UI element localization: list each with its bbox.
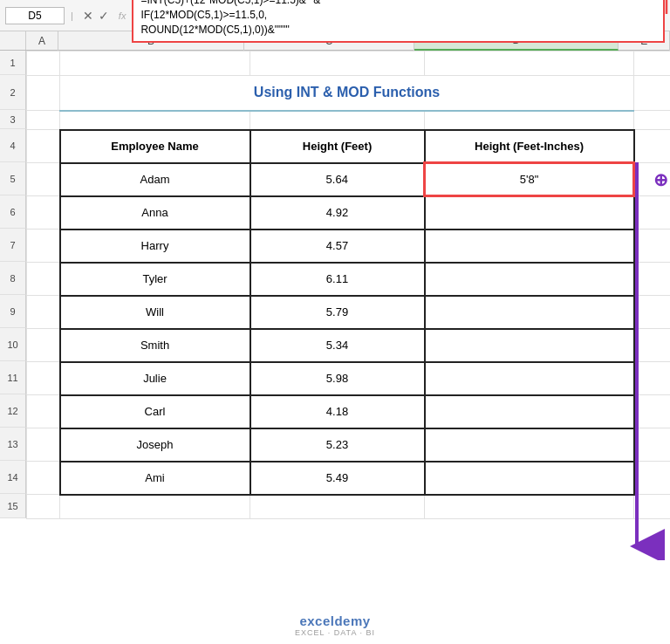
cell-A1[interactable] [27,51,60,76]
formula-input-area: =INT(C5)+(12*MOD(C5,1)>=11.5)&""& IF(12*… [132,0,665,43]
cell-C10[interactable]: 5.34 [250,329,425,362]
cell-E11[interactable] [634,362,671,395]
cell-D8[interactable] [425,263,634,296]
cell-A2[interactable] [27,76,60,111]
cancel-icon[interactable]: ✕ [83,9,93,23]
cell-B6[interactable]: Anna [60,196,250,230]
cell-C11[interactable]: 5.98 [250,362,425,395]
height-0: 5.64 [326,173,348,186]
cell-C13[interactable]: 5.23 [250,428,425,462]
header-height-feet-inches: Height (Feet-Inches) [475,140,584,153]
cell-E4[interactable] [634,130,671,163]
cell-D15[interactable] [425,495,634,519]
logo-main-text: exceldemy [299,613,370,628]
cell-C3[interactable] [250,111,425,130]
employee-name-3: Tyler [142,272,167,285]
cell-E12[interactable] [634,395,671,428]
cell-E7[interactable] [634,230,671,263]
cell-A15[interactable] [27,495,60,519]
formula-box[interactable]: =INT(C5)+(12*MOD(C5,1)>=11.5)&""& IF(12*… [132,0,665,43]
cell-E8[interactable] [634,263,671,296]
height-1: 4.92 [326,206,348,219]
cell-B4-header[interactable]: Employee Name [60,130,250,163]
cell-B1[interactable] [60,51,250,76]
cell-B13[interactable]: Joseph [60,428,250,462]
cell-B3[interactable] [60,111,250,130]
header-employee-name: Employee Name [111,140,198,153]
cell-D1[interactable] [425,51,634,76]
cell-A8[interactable] [27,263,60,296]
cell-E15[interactable] [634,495,671,519]
cell-E10[interactable] [634,329,671,362]
cell-D9[interactable] [425,296,634,329]
row-num-5: 5 [0,162,26,195]
cell-D10[interactable] [425,329,634,362]
employee-name-4: Will [146,305,164,319]
cell-D4-header[interactable]: Height (Feet-Inches) [425,130,634,163]
cell-A3[interactable] [27,111,60,130]
confirm-icon[interactable]: ✓ [99,9,109,23]
cell-E9[interactable] [634,296,671,329]
cell-C6[interactable]: 4.92 [250,196,425,230]
cell-D14[interactable] [425,462,634,495]
cell-A11[interactable] [27,362,60,395]
cell-A6[interactable] [27,196,60,230]
cell-C1[interactable] [250,51,425,76]
cell-C5[interactable]: 5.64 [250,163,425,196]
cell-C14[interactable]: 5.49 [250,462,425,495]
cell-B11[interactable]: Julie [60,362,250,395]
row-numbers: 1 2 3 4 5 6 7 8 9 10 11 12 13 14 15 [0,51,26,519]
row-num-4: 4 [0,129,26,162]
cell-A5[interactable] [27,163,60,196]
cell-C12[interactable]: 4.18 [250,395,425,428]
cell-E1[interactable] [634,51,671,76]
cell-A10[interactable] [27,329,60,362]
col-header-A[interactable]: A [26,31,58,51]
cell-C9[interactable]: 5.79 [250,296,425,329]
cell-E5[interactable]: ⊕ [634,163,671,196]
cell-A4[interactable] [27,130,60,163]
cell-reference-box[interactable]: D5 [5,7,65,24]
cell-D11[interactable] [425,362,634,395]
height-9: 5.49 [326,471,348,484]
cell-B2-title[interactable]: Using INT & MOD Functions [60,76,634,111]
employee-name-1: Anna [141,206,168,219]
cell-B5[interactable]: Adam [60,163,250,196]
cell-C15[interactable] [250,495,425,519]
cell-A7[interactable] [27,230,60,263]
cell-E2[interactable] [634,76,671,111]
height-3: 6.11 [326,272,348,285]
cell-B14[interactable]: Ami [60,462,250,495]
row-num-2: 2 [0,75,26,110]
cell-D12[interactable] [425,395,634,428]
cell-A9[interactable] [27,296,60,329]
cell-A12[interactable] [27,395,60,428]
cell-E6[interactable] [634,196,671,230]
height-5: 5.34 [326,339,348,352]
row-num-11: 11 [0,361,26,394]
cell-B9[interactable]: Will [60,296,250,329]
cell-C8[interactable]: 6.11 [250,263,425,296]
cell-E14[interactable] [634,462,671,495]
cell-D3[interactable] [425,111,634,130]
height-8: 5.23 [326,438,348,451]
cell-C4-header[interactable]: Height (Feet) [250,130,425,163]
row-num-9: 9 [0,295,26,328]
employee-name-0: Adam [140,173,170,186]
cell-B8[interactable]: Tyler [60,263,250,296]
cell-B15[interactable] [60,495,250,519]
cell-B12[interactable]: Carl [60,395,250,428]
spreadsheet-body: 1 2 3 4 5 6 7 8 9 10 11 12 13 14 15 [0,51,670,519]
cell-E13[interactable] [634,428,671,462]
cell-B7[interactable]: Harry [60,230,250,263]
cell-D7[interactable] [425,230,634,263]
cell-B10[interactable]: Smith [60,329,250,362]
cell-E3[interactable] [634,111,671,130]
logo-sub-text: EXCEL · DATA · BI [295,628,375,637]
cell-D13[interactable] [425,428,634,462]
cell-D6[interactable] [425,196,634,230]
cell-D5-selected[interactable]: 5'8" [425,163,634,196]
cell-A13[interactable] [27,428,60,462]
cell-C7[interactable]: 4.57 [250,230,425,263]
cell-A14[interactable] [27,462,60,495]
